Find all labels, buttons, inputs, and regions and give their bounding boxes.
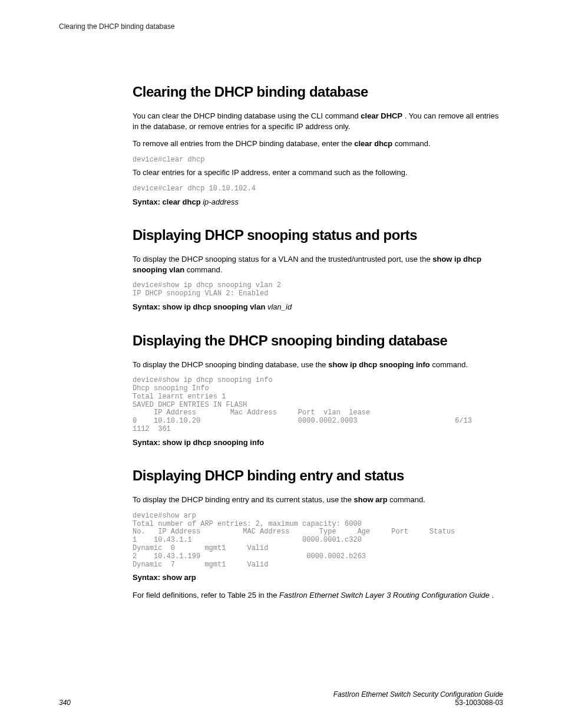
paragraph: You can clear the DHCP binding database … [133,111,503,131]
syntax-lead: Syntax: show arp [133,573,196,582]
page-content: Clearing the DHCP binding database You c… [133,84,503,600]
syntax-arg: ip-address [203,197,239,206]
code-block: device#show ip dhcp snooping info Dhcp s… [133,377,503,434]
syntax-line: Syntax: show arp [133,572,503,583]
text: To display the DHCP snooping status for … [133,255,432,263]
syntax-lead: Syntax: show ip dhcp snooping vlan [133,302,267,311]
paragraph: To remove all entries from the DHCP bind… [133,139,503,149]
text: command. [392,139,430,148]
code-block: device#clear dhcp [133,156,503,164]
text: For field definitions, refer to Table 25… [133,591,279,599]
page: Clearing the DHCP binding database Clear… [0,0,562,600]
footer-right: FastIron Ethernet Switch Security Config… [333,690,503,707]
syntax-lead: Syntax: clear dhcp [133,197,203,206]
command-name: show arp [354,495,388,504]
code-block: device#show arp Total number of ARP entr… [133,512,503,569]
page-number: 340 [59,699,71,707]
paragraph: To display the DHCP binding entry and it… [133,495,503,505]
paragraph: To display the DHCP snooping status for … [133,254,503,275]
text: command. [430,360,468,369]
text: To display the DHCP binding entry and it… [133,495,354,504]
text: To display the DHCP snooping binding dat… [133,360,328,369]
heading-snooping-status: Displaying DHCP snooping status and port… [133,227,503,243]
command-name: clear dhcp [354,139,392,148]
heading-binding-entry-status: Displaying DHCP binding entry and status [133,467,503,484]
text: You can clear the DHCP binding database … [133,111,361,120]
text: To remove all entries from the DHCP bind… [133,139,354,148]
paragraph: For field definitions, refer to Table 25… [133,590,503,601]
footer-title: FastIron Ethernet Switch Security Config… [333,690,503,699]
syntax-lead: Syntax: show ip dhcp snooping info [133,438,264,447]
syntax-line: Syntax: show ip dhcp snooping info [133,437,503,448]
text: command. [388,495,425,504]
paragraph: To clear entries for a specific IP addre… [133,167,503,178]
running-header: Clearing the DHCP binding database [59,22,503,31]
code-block: device#clear dhcp 10.10.102.4 [133,185,503,193]
page-footer: 340 FastIron Ethernet Switch Security Co… [59,690,503,707]
heading-clearing-dhcp: Clearing the DHCP binding database [133,84,503,100]
heading-snooping-binding-db: Displaying the DHCP snooping binding dat… [133,332,503,349]
command-name: show ip dhcp snooping info [328,360,430,369]
footer-docnum: 53-1003088-03 [333,699,503,707]
syntax-line: Syntax: show ip dhcp snooping vlan vlan_… [133,302,503,312]
command-name: clear DHCP [361,111,402,120]
syntax-arg: vlan_id [267,302,292,311]
paragraph: To display the DHCP snooping binding dat… [133,360,503,370]
code-block: device#show ip dhcp snooping vlan 2 IP D… [133,282,503,298]
reference-title: FastIron Ethernet Switch Layer 3 Routing… [279,591,492,599]
syntax-line: Syntax: clear dhcp ip-address [133,197,503,207]
text: command. [184,265,222,274]
text: . [492,591,494,599]
